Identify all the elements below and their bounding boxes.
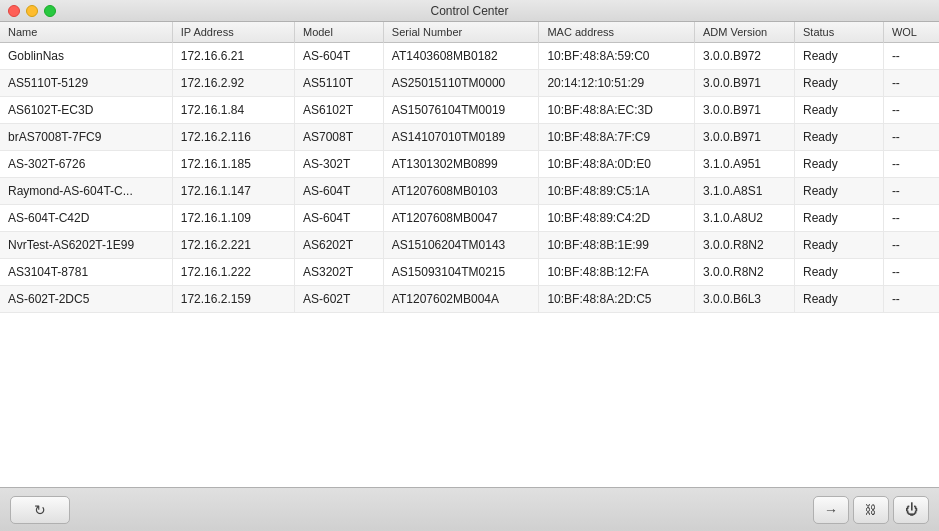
bottom-bar: ↻ → ⛓ ⏻ bbox=[0, 487, 939, 531]
device-table: Name IP Address Model Serial Number MAC … bbox=[0, 22, 939, 313]
cell-mac: 10:BF:48:8B:1E:99 bbox=[539, 232, 695, 259]
cell-name: AS5110T-5129 bbox=[0, 70, 172, 97]
cell-adm: 3.0.0.B971 bbox=[694, 124, 794, 151]
cell-status: Ready bbox=[794, 124, 883, 151]
cell-status: Ready bbox=[794, 232, 883, 259]
cell-name: brAS7008T-7FC9 bbox=[0, 124, 172, 151]
cell-wol: -- bbox=[883, 286, 939, 313]
cell-name: GoblinNas bbox=[0, 43, 172, 70]
cell-model: AS-602T bbox=[294, 286, 383, 313]
cell-status: Ready bbox=[794, 97, 883, 124]
cell-mac: 20:14:12:10:51:29 bbox=[539, 70, 695, 97]
col-header-model[interactable]: Model bbox=[294, 22, 383, 43]
cell-status: Ready bbox=[794, 205, 883, 232]
cell-status: Ready bbox=[794, 259, 883, 286]
cell-name: Raymond-AS-604T-C... bbox=[0, 178, 172, 205]
table-row[interactable]: AS-302T-6726172.16.1.185AS-302TAT1301302… bbox=[0, 151, 939, 178]
cell-model: AS7008T bbox=[294, 124, 383, 151]
forward-icon: → bbox=[824, 502, 838, 518]
table-row[interactable]: GoblinNas172.16.6.21AS-604TAT1403608MB01… bbox=[0, 43, 939, 70]
cell-name: AS6102T-EC3D bbox=[0, 97, 172, 124]
maximize-button[interactable] bbox=[44, 5, 56, 17]
col-header-status[interactable]: Status bbox=[794, 22, 883, 43]
cell-serial: AT1207608MB0047 bbox=[383, 205, 539, 232]
table-row[interactable]: Raymond-AS-604T-C...172.16.1.147AS-604TA… bbox=[0, 178, 939, 205]
power-button[interactable]: ⏻ bbox=[893, 496, 929, 524]
minimize-button[interactable] bbox=[26, 5, 38, 17]
cell-adm: 3.0.0.B971 bbox=[694, 70, 794, 97]
cell-mac: 10:BF:48:8A:EC:3D bbox=[539, 97, 695, 124]
cell-ip: 172.16.1.185 bbox=[172, 151, 294, 178]
cell-name: AS-602T-2DC5 bbox=[0, 286, 172, 313]
table-row[interactable]: AS-604T-C42D172.16.1.109AS-604TAT1207608… bbox=[0, 205, 939, 232]
cell-wol: -- bbox=[883, 259, 939, 286]
refresh-icon: ↻ bbox=[34, 502, 46, 518]
cell-wol: -- bbox=[883, 124, 939, 151]
col-header-wol[interactable]: WOL bbox=[883, 22, 939, 43]
col-header-name[interactable]: Name bbox=[0, 22, 172, 43]
cell-ip: 172.16.2.116 bbox=[172, 124, 294, 151]
cell-serial: AS15093104TM0215 bbox=[383, 259, 539, 286]
table-header-row: Name IP Address Model Serial Number MAC … bbox=[0, 22, 939, 43]
cell-ip: 172.16.1.222 bbox=[172, 259, 294, 286]
bottom-left: ↻ bbox=[10, 496, 70, 524]
cell-wol: -- bbox=[883, 178, 939, 205]
cell-status: Ready bbox=[794, 178, 883, 205]
cell-wol: -- bbox=[883, 151, 939, 178]
cell-wol: -- bbox=[883, 205, 939, 232]
cell-model: AS6202T bbox=[294, 232, 383, 259]
cell-model: AS-604T bbox=[294, 205, 383, 232]
window-title: Control Center bbox=[430, 4, 508, 18]
link-button[interactable]: ⛓ bbox=[853, 496, 889, 524]
cell-adm: 3.0.0.R8N2 bbox=[694, 232, 794, 259]
cell-mac: 10:BF:48:8A:0D:E0 bbox=[539, 151, 695, 178]
cell-ip: 172.16.1.84 bbox=[172, 97, 294, 124]
col-header-mac[interactable]: MAC address bbox=[539, 22, 695, 43]
cell-status: Ready bbox=[794, 286, 883, 313]
cell-adm: 3.0.0.B972 bbox=[694, 43, 794, 70]
cell-name: AS3104T-8781 bbox=[0, 259, 172, 286]
table-container: Name IP Address Model Serial Number MAC … bbox=[0, 22, 939, 487]
cell-ip: 172.16.6.21 bbox=[172, 43, 294, 70]
cell-serial: AT1301302MB0899 bbox=[383, 151, 539, 178]
cell-adm: 3.1.0.A8S1 bbox=[694, 178, 794, 205]
cell-model: AS-604T bbox=[294, 43, 383, 70]
cell-ip: 172.16.1.109 bbox=[172, 205, 294, 232]
cell-serial: AS15106204TM0143 bbox=[383, 232, 539, 259]
cell-mac: 10:BF:48:8A:59:C0 bbox=[539, 43, 695, 70]
col-header-adm[interactable]: ADM Version bbox=[694, 22, 794, 43]
refresh-button[interactable]: ↻ bbox=[10, 496, 70, 524]
close-button[interactable] bbox=[8, 5, 20, 17]
bottom-right: → ⛓ ⏻ bbox=[813, 496, 929, 524]
forward-button[interactable]: → bbox=[813, 496, 849, 524]
cell-adm: 3.1.0.A8U2 bbox=[694, 205, 794, 232]
cell-adm: 3.0.0.R8N2 bbox=[694, 259, 794, 286]
cell-serial: AT1207602MB004A bbox=[383, 286, 539, 313]
table-row[interactable]: AS6102T-EC3D172.16.1.84AS6102TAS15076104… bbox=[0, 97, 939, 124]
cell-model: AS-302T bbox=[294, 151, 383, 178]
cell-mac: 10:BF:48:8A:7F:C9 bbox=[539, 124, 695, 151]
table-row[interactable]: AS5110T-5129172.16.2.92AS5110TAS25015110… bbox=[0, 70, 939, 97]
cell-wol: -- bbox=[883, 70, 939, 97]
cell-name: AS-604T-C42D bbox=[0, 205, 172, 232]
cell-model: AS-604T bbox=[294, 178, 383, 205]
titlebar: Control Center bbox=[0, 0, 939, 22]
cell-ip: 172.16.2.221 bbox=[172, 232, 294, 259]
col-header-ip[interactable]: IP Address bbox=[172, 22, 294, 43]
cell-ip: 172.16.1.147 bbox=[172, 178, 294, 205]
cell-status: Ready bbox=[794, 43, 883, 70]
table-row[interactable]: AS-602T-2DC5172.16.2.159AS-602TAT1207602… bbox=[0, 286, 939, 313]
cell-name: NvrTest-AS6202T-1E99 bbox=[0, 232, 172, 259]
cell-status: Ready bbox=[794, 151, 883, 178]
table-row[interactable]: AS3104T-8781172.16.1.222AS3202TAS1509310… bbox=[0, 259, 939, 286]
cell-wol: -- bbox=[883, 97, 939, 124]
table-row[interactable]: NvrTest-AS6202T-1E99172.16.2.221AS6202TA… bbox=[0, 232, 939, 259]
table-row[interactable]: brAS7008T-7FC9172.16.2.116AS7008TAS14107… bbox=[0, 124, 939, 151]
cell-wol: -- bbox=[883, 43, 939, 70]
cell-serial: AS25015110TM0000 bbox=[383, 70, 539, 97]
cell-mac: 10:BF:48:8B:12:FA bbox=[539, 259, 695, 286]
cell-adm: 3.1.0.A951 bbox=[694, 151, 794, 178]
col-header-serial[interactable]: Serial Number bbox=[383, 22, 539, 43]
cell-model: AS6102T bbox=[294, 97, 383, 124]
cell-mac: 10:BF:48:89:C4:2D bbox=[539, 205, 695, 232]
